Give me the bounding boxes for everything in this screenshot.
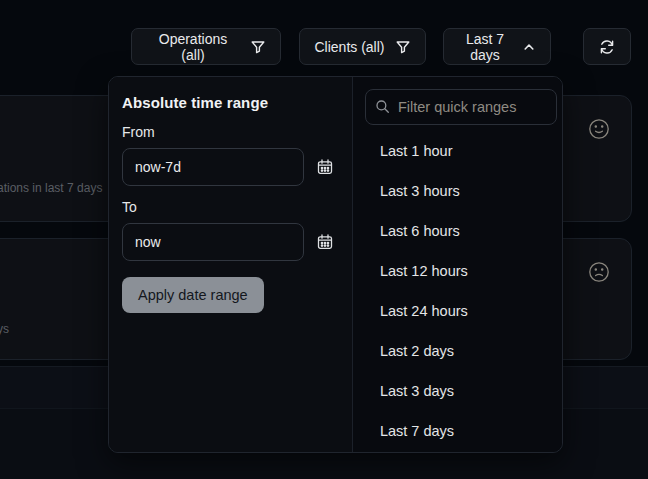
from-calendar-button[interactable] [314,157,336,179]
metric-card-caption: ys [0,322,9,336]
to-input[interactable] [122,223,304,261]
refresh-icon [598,38,616,56]
filter-icon [250,39,266,55]
time-range-button[interactable]: Last 7 days [443,28,551,65]
to-label: To [122,199,137,215]
operations-filter-label: Operations (all) [146,31,240,63]
metric-card-caption: ations in last 7 days [0,181,102,195]
quick-range-filter-input[interactable] [365,89,557,125]
from-label: From [122,124,155,140]
absolute-range-section: Absolute time range From To [109,77,353,452]
filter-icon [395,39,411,55]
quick-range-filter [365,89,557,125]
quick-range-item-last-3-hours[interactable]: Last 3 hours [353,171,562,211]
apply-date-range-button[interactable]: Apply date range [122,277,264,313]
quick-range-item-last-7-days[interactable]: Last 7 days [353,411,562,451]
quick-range-item-last-24-hours[interactable]: Last 24 hours [353,291,562,331]
dashboard-screen: ations in last 7 days ys Operations (all… [0,0,648,479]
clients-filter-button[interactable]: Clients (all) [299,28,426,65]
sad-face-icon [588,261,610,283]
time-range-label: Last 7 days [458,31,512,63]
quick-range-item-last-1-hour[interactable]: Last 1 hour [353,131,562,171]
quick-ranges-section: Last 1 hour Last 3 hours Last 6 hours La… [353,77,562,452]
to-calendar-button[interactable] [314,232,336,254]
from-input[interactable] [122,148,304,186]
quick-range-item-last-6-hours[interactable]: Last 6 hours [353,211,562,251]
quick-range-item-last-12-hours[interactable]: Last 12 hours [353,251,562,291]
quick-range-item-last-2-days[interactable]: Last 2 days [353,331,562,371]
quick-range-list: Last 1 hour Last 3 hours Last 6 hours La… [353,131,562,451]
calendar-icon [316,164,334,179]
time-range-picker-panel: Absolute time range From To [108,76,563,453]
calendar-icon [316,239,334,254]
quick-range-item-last-3-days[interactable]: Last 3 days [353,371,562,411]
clients-filter-label: Clients (all) [314,39,384,55]
happy-face-icon [588,118,610,140]
panel-title: Absolute time range [122,94,268,111]
refresh-button[interactable] [583,28,631,65]
operations-filter-button[interactable]: Operations (all) [131,28,281,65]
chevron-up-icon [522,40,536,54]
